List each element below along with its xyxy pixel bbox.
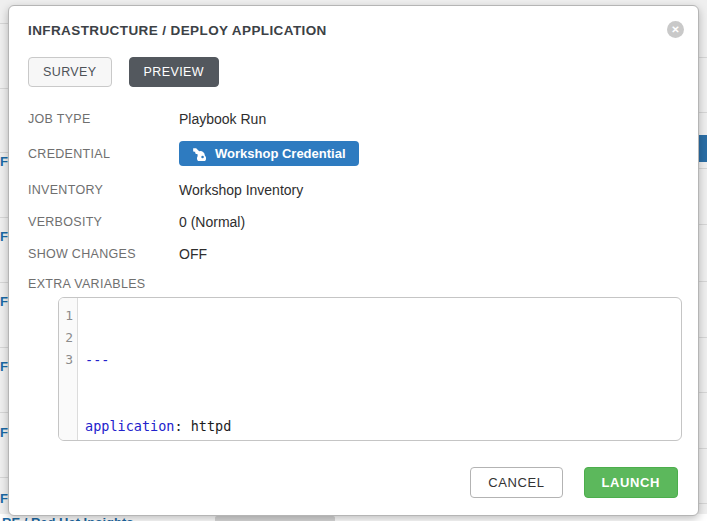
line-number: 1	[59, 305, 77, 327]
detail-row-job-type: JOB TYPE Playbook Run	[28, 109, 678, 128]
modal-header: INFRASTRUCTURE / DEPLOY APPLICATION ✕	[28, 22, 678, 40]
backdrop-row-divider	[699, 448, 707, 449]
detail-row-show-changes: SHOW CHANGES OFF	[28, 244, 678, 263]
backdrop-row-divider	[699, 112, 707, 113]
code-line: ---	[85, 349, 681, 371]
tab-bar: SURVEY PREVIEW	[28, 57, 678, 87]
code-token: : httpd	[174, 418, 231, 434]
backdrop-row-divider	[699, 503, 707, 504]
close-icon[interactable]: ✕	[667, 21, 684, 38]
backdrop-text-fragment: F	[0, 492, 8, 505]
backdrop-text-fragment: F	[0, 426, 8, 439]
cancel-button[interactable]: CANCEL	[470, 467, 562, 498]
detail-label: SHOW CHANGES	[28, 247, 179, 261]
code-token: application	[85, 418, 174, 434]
deploy-application-modal: INFRASTRUCTURE / DEPLOY APPLICATION ✕ SU…	[8, 5, 699, 516]
backdrop-row-divider	[0, 88, 8, 89]
backdrop-row-divider	[0, 217, 8, 218]
detail-row-inventory: INVENTORY Workshop Inventory	[28, 180, 678, 199]
detail-value: Workshop Inventory	[179, 182, 303, 198]
backdrop-row-divider	[0, 282, 8, 283]
backdrop-text-fragment: F	[0, 360, 8, 373]
credential-badge-label: Workshop Credential	[215, 146, 346, 161]
modal-footer: CANCEL LAUNCH	[28, 467, 678, 498]
backdrop-row-divider	[699, 281, 707, 282]
detail-label: JOB TYPE	[28, 112, 179, 126]
backdrop-row-divider	[0, 412, 8, 413]
detail-label: CREDENTIAL	[28, 147, 179, 161]
code-token: ---	[85, 352, 109, 368]
backdrop-row-divider	[0, 477, 8, 478]
backdrop-row-divider	[699, 57, 707, 58]
backdrop-text-fragment: F	[0, 295, 8, 308]
credential-badge[interactable]: Workshop Credential	[179, 141, 359, 166]
key-icon	[192, 147, 206, 161]
detail-value: 0 (Normal)	[179, 214, 245, 230]
backdrop-text-fragment: F	[0, 230, 8, 243]
code-line: application: httpd	[85, 415, 681, 437]
backdrop-row-divider	[699, 168, 707, 169]
backdrop-row-divider	[699, 337, 707, 338]
detail-row-verbosity: VERBOSITY 0 (Normal)	[28, 212, 678, 231]
line-number: 2	[59, 327, 77, 349]
tab-preview[interactable]: PREVIEW	[129, 57, 219, 87]
backdrop-row-divider	[0, 23, 8, 24]
detail-label: INVENTORY	[28, 183, 179, 197]
launch-button[interactable]: LAUNCH	[584, 467, 678, 498]
backdrop-row-divider	[0, 347, 8, 348]
job-details: JOB TYPE Playbook Run CREDENTIAL Worksho…	[28, 109, 678, 263]
editor-code-area[interactable]: --- application: httpd	[78, 298, 681, 440]
extra-variables-editor[interactable]: 1 2 3 --- application: httpd	[58, 297, 682, 441]
modal-title: INFRASTRUCTURE / DEPLOY APPLICATION	[28, 22, 678, 40]
detail-value: Playbook Run	[179, 111, 266, 127]
backdrop-row-divider	[0, 152, 8, 153]
line-number: 3	[59, 349, 77, 371]
backdrop-badge-fragment	[215, 516, 335, 521]
detail-label: VERBOSITY	[28, 215, 179, 229]
detail-value: OFF	[179, 246, 207, 262]
extra-variables-label: EXTRA VARIABLES	[28, 277, 678, 291]
backdrop-row-divider	[699, 224, 707, 225]
backdrop-blue-button-fragment	[699, 135, 707, 162]
detail-row-credential: CREDENTIAL Workshop Credential	[28, 141, 678, 166]
editor-line-number-gutter: 1 2 3	[59, 298, 78, 440]
tab-survey[interactable]: SURVEY	[28, 57, 112, 87]
backdrop-row-divider	[699, 392, 707, 393]
backdrop-text-fragment: F	[0, 155, 8, 168]
